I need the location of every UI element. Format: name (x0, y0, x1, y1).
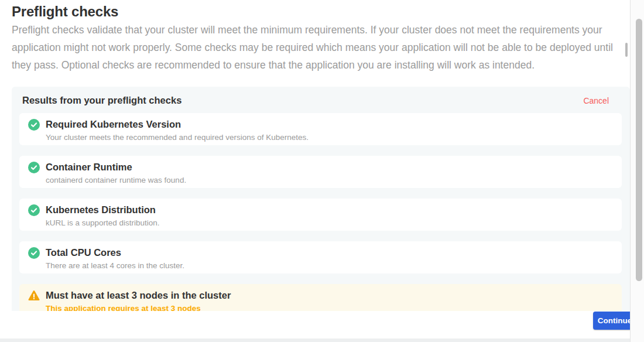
check-message: There are at least 4 cores in the cluste… (46, 261, 184, 271)
check-text: Must have at least 3 nodes in the cluste… (46, 289, 231, 311)
check-text: Kubernetes Distribution kURL is a suppor… (46, 204, 160, 228)
check-result-row: Kubernetes Distribution kURL is a suppor… (19, 199, 622, 231)
check-text: Total CPU Cores There are at least 4 cor… (46, 247, 184, 271)
page-title: Preflight checks (12, 4, 118, 20)
check-message: containerd container runtime was found. (46, 176, 186, 185)
cancel-link[interactable]: Cancel (583, 95, 609, 107)
check-result-row: Must have at least 3 nodes in the cluste… (19, 284, 622, 311)
check-circle-icon (28, 247, 40, 259)
page-description: Preflight checks validate that your clus… (12, 21, 624, 74)
check-message: This application requires at least 3 nod… (46, 304, 231, 311)
inner-scrollbar-thumb[interactable] (625, 43, 628, 57)
check-text: Required Kubernetes Version Your cluster… (46, 118, 309, 142)
check-title: Required Kubernetes Version (46, 118, 309, 131)
check-title: Container Runtime (46, 161, 186, 173)
checks-list: Required Kubernetes Version Your cluster… (12, 107, 630, 311)
preflight-results-panel: Results from your preflight checks Cance… (12, 87, 630, 311)
check-result-row: Container Runtime containerd container r… (19, 156, 622, 188)
check-result-row: Total CPU Cores There are at least 4 cor… (19, 241, 622, 273)
scrollbar-thumb[interactable] (636, 19, 642, 281)
panel-title: Results from your preflight checks (22, 94, 181, 106)
check-title: Must have at least 3 nodes in the cluste… (46, 289, 231, 302)
check-message: kURL is a supported distribution. (46, 218, 160, 228)
scrollbar-track[interactable] (630, 0, 644, 342)
check-message: Your cluster meets the recommended and r… (46, 133, 309, 142)
check-result-row: Required Kubernetes Version Your cluster… (19, 113, 622, 145)
check-text: Container Runtime containerd container r… (46, 161, 186, 185)
check-circle-icon (28, 204, 40, 216)
check-title: Kubernetes Distribution (46, 204, 160, 216)
footer-strip (0, 338, 630, 342)
check-title: Total CPU Cores (46, 247, 184, 259)
check-circle-icon (28, 119, 40, 131)
check-circle-icon (28, 162, 40, 173)
panel-header: Results from your preflight checks Cance… (12, 87, 630, 107)
warning-triangle-icon (28, 290, 40, 302)
